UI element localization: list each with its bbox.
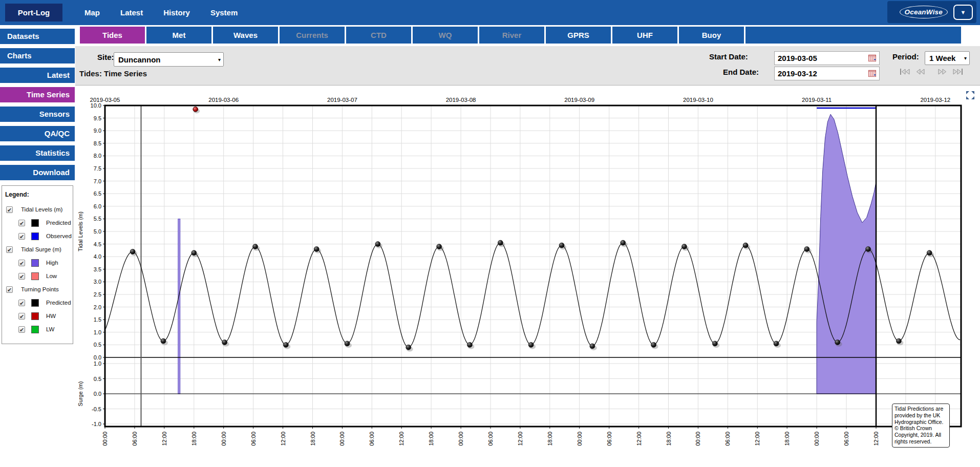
legend-checkbox-tidal-levels-m-predicted[interactable]: ✔ <box>18 220 25 226</box>
tab-gprs[interactable]: GPRS <box>546 27 611 44</box>
period-select[interactable]: 1 Week ▾ <box>925 51 970 65</box>
turning-point-hw <box>743 243 748 248</box>
legend-checkbox-tidal-surge-m-high[interactable]: ✔ <box>18 260 25 266</box>
calendar-icon[interactable] <box>868 70 876 77</box>
sidebar-item-charts[interactable]: Charts <box>0 48 75 63</box>
tab-tides[interactable]: Tides <box>80 27 145 44</box>
turning-point-hw <box>866 246 871 251</box>
legend-item-tidal-surge-m-low: ✔Low <box>5 269 73 283</box>
sidebar-item-download[interactable]: Download <box>0 165 75 180</box>
legend-item-label: Predicted <box>46 220 71 226</box>
time-step-controls <box>899 68 964 77</box>
time-axis-label: 00:00 <box>577 432 583 446</box>
legend-swatch-predicted <box>31 219 39 227</box>
sidebar-item-latest[interactable]: Latest <box>0 68 75 83</box>
skip-last-button[interactable] <box>951 68 964 77</box>
turning-point-hw <box>314 246 319 251</box>
date-axis-label: 2019-03-09 <box>564 97 594 103</box>
tab-waves[interactable]: Waves <box>213 27 278 44</box>
turning-point-hw <box>804 246 809 251</box>
tab-met[interactable]: Met <box>146 27 211 44</box>
svg-text:3.0: 3.0 <box>94 279 101 285</box>
expand-icon[interactable] <box>966 91 975 100</box>
time-axis-label: 00:00 <box>221 432 227 446</box>
legend-swatch-lw <box>31 326 39 333</box>
menu-item-latest[interactable]: Latest <box>120 8 143 17</box>
turning-point-lw <box>712 341 717 346</box>
sidebar-item-statistics[interactable]: Statistics <box>0 145 75 161</box>
legend-checkbox-tidal-surge-m[interactable]: ✔ <box>6 246 13 253</box>
main-menu: MapLatestHistorySystem <box>84 0 238 25</box>
nav-dropdown-button[interactable]: ▼ <box>953 5 973 20</box>
svg-text:10.0: 10.0 <box>91 102 101 109</box>
time-axis-label: 06:00 <box>725 432 731 446</box>
time-axis-label: 00:00 <box>458 432 464 446</box>
svg-text:3.5: 3.5 <box>94 266 101 272</box>
legend-checkbox-tidal-levels-m-observed[interactable]: ✔ <box>18 233 25 240</box>
tab-strip-filler <box>745 27 961 44</box>
svg-text:-1.0: -1.0 <box>92 421 101 427</box>
turning-point-lw <box>528 342 534 347</box>
step-forward-button[interactable] <box>936 68 948 77</box>
time-axis-label: 18:00 <box>428 432 434 446</box>
app-brand[interactable]: Port-Log <box>5 4 62 22</box>
svg-text:0.5: 0.5 <box>94 376 101 382</box>
time-axis-label: 06:00 <box>250 432 257 446</box>
turning-point-hw <box>681 244 687 249</box>
time-axis-label: 12:00 <box>517 432 523 446</box>
legend-group-tidal-surge-m: ✔Tidal Surge (m) <box>5 243 73 256</box>
sidebar-item-time-series[interactable]: Time Series <box>0 87 75 102</box>
time-axis-label: 12:00 <box>398 432 404 446</box>
time-axis-label: 06:00 <box>487 432 494 446</box>
sidebar-item-datasets[interactable]: Datasets <box>0 29 75 44</box>
legend-item-tidal-levels-m-observed: ✔Observed <box>5 229 73 243</box>
step-back-button[interactable] <box>915 68 926 77</box>
skip-first-button[interactable] <box>899 68 912 77</box>
start-date-input[interactable]: 2019-03-05 <box>774 51 880 65</box>
calendar-icon[interactable] <box>868 54 876 62</box>
svg-text:-0.5: -0.5 <box>92 406 101 412</box>
top-nav: Port-Log MapLatestHistorySystem OceanWis… <box>0 0 980 25</box>
tides-time-series-chart[interactable]: 0.00.51.01.52.02.53.03.54.04.55.05.56.06… <box>75 86 980 467</box>
logo-box: OceanWise ▼ <box>887 1 976 23</box>
legend-item-label: LW <box>46 326 54 332</box>
menu-item-map[interactable]: Map <box>84 8 100 17</box>
sidebar-item-sensors[interactable]: Sensors <box>0 107 75 122</box>
legend-checkbox-tidal-levels-m[interactable]: ✔ <box>6 206 13 213</box>
page-title: Tides: Time Series <box>79 69 147 78</box>
legend-checkbox-turning-points-predicted[interactable]: ✔ <box>18 300 25 306</box>
tab-uhf[interactable]: UHF <box>612 27 677 44</box>
legend-checkbox-turning-points[interactable]: ✔ <box>6 286 13 293</box>
turning-point-hw <box>253 244 258 249</box>
chevron-down-icon: ▼ <box>961 9 966 15</box>
date-axis-label: 2019-03-08 <box>446 97 476 103</box>
tab-buoy[interactable]: Buoy <box>679 27 744 44</box>
tab-ctd: CTD <box>346 27 411 44</box>
legend-checkbox-turning-points-lw[interactable]: ✔ <box>18 326 25 333</box>
date-axis-label: 2019-03-12 <box>920 97 950 103</box>
svg-text:1.0: 1.0 <box>94 329 101 335</box>
turning-point-hw <box>130 249 135 254</box>
legend-checkbox-tidal-surge-m-low[interactable]: ✔ <box>18 273 25 280</box>
end-date-label: End Date: <box>723 68 759 76</box>
end-date-input[interactable]: 2019-03-12 <box>774 67 880 80</box>
legend-item-label: Predicted <box>46 300 71 306</box>
date-axis-label: 2019-03-10 <box>683 97 713 103</box>
turning-point-lw <box>283 342 288 347</box>
svg-text:8.5: 8.5 <box>94 140 101 146</box>
legend-item-turning-points-hw: ✔HW <box>5 309 73 323</box>
svg-text:0.0: 0.0 <box>94 354 101 360</box>
sidebar-item-qa-qc[interactable]: QA/QC <box>0 126 75 141</box>
site-select[interactable]: Duncannon ▾ <box>114 52 224 67</box>
svg-text:6.0: 6.0 <box>94 203 101 209</box>
menu-item-history[interactable]: History <box>163 8 190 17</box>
legend-checkbox-turning-points-hw[interactable]: ✔ <box>18 313 25 320</box>
step-back-icon <box>916 68 925 75</box>
port-log-app: Port-Log MapLatestHistorySystem OceanWis… <box>0 0 980 467</box>
site-label: Site: <box>97 53 114 61</box>
turning-point-lw <box>161 338 166 344</box>
turning-point-lw <box>774 341 779 346</box>
menu-item-system[interactable]: System <box>210 8 238 17</box>
oceanwise-logo: OceanWise <box>900 6 948 18</box>
legend-swatch-observed <box>31 232 39 240</box>
